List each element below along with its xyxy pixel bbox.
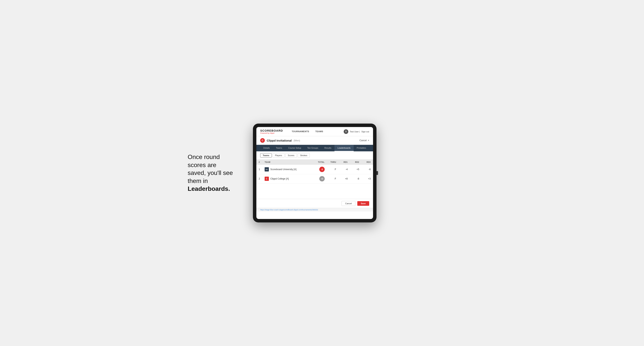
team-logo-1: SU [264,167,269,172]
left-line1: Once round [188,154,220,160]
thru-2: F [327,174,338,183]
left-text-block: Once round scores are saved, you'll see … [188,153,242,193]
score-badge-gray-2: +3 [319,176,325,181]
logo-sub: Powered by clippd [260,132,283,134]
team-name-2: Clippd College [A] [270,177,289,180]
rd2-1: +5 [350,165,362,174]
tournament-gender: (Men) [294,139,300,142]
team-cell-2: C Clippd College [A] [262,174,312,183]
rd1-2: +8 [338,174,350,183]
footer-bar: Cancel Save [256,199,373,208]
left-line3: saved, you'll see [188,169,233,176]
nav-links: TOURNAMENTS TEAMS [288,127,344,136]
team-name-1: Scoreboard University [A] [270,168,296,171]
tab-printables[interactable]: Printables [354,145,369,151]
logo-text: SCOREBOARD [260,129,283,132]
rd1-1: -4 [338,165,350,174]
left-line5-bold: Leaderboards. [188,185,230,192]
tournament-icon: C [260,138,265,143]
thru-1: F [327,165,338,174]
cancel-x-button[interactable]: Cancel × [360,139,369,142]
col-rank: # [256,160,262,165]
sub-nav: Details Teams Course Setup Tee Groups Re… [256,145,373,151]
rd3-2: +3 [362,174,373,183]
leaderboard-table: # TEAM TOTAL THRU RD1 RD2 RD3 1 [256,160,373,183]
team-logo-2: C [264,177,269,181]
total-2: +3 [312,174,327,183]
rank-1: 1 [256,165,262,174]
filter-bar: Teams Players Scores Strokes [256,151,373,160]
col-thru: THRU [327,160,338,165]
team-cell-inner-1: SU Scoreboard University [A] [264,167,309,172]
url-text: https://stage-blue-coach.stagescoredboar… [260,209,318,211]
top-nav: SCOREBOARD Powered by clippd TOURNAMENTS… [256,127,373,136]
col-rd2: RD2 [350,160,362,165]
page-wrapper: Once round scores are saved, you'll see … [188,124,456,222]
side-arrow [376,171,378,175]
rd2-2: -8 [350,174,362,183]
tournament-name: Clippd Invitational [267,139,292,142]
save-button[interactable]: Save [357,201,369,206]
score-badge-red-1: -5 [319,167,325,172]
tablet-container: SCOREBOARD Powered by clippd TOURNAMENTS… [253,124,376,222]
cancel-button[interactable]: Cancel [342,201,356,206]
rank-2: 2 [256,174,262,183]
score-total-cell-1: -5 [314,167,325,172]
table-header: # TEAM TOTAL THRU RD1 RD2 RD3 [256,160,373,165]
tournament-header: C Clippd Invitational (Men) Cancel × [256,136,373,145]
tournament-title-area: C Clippd Invitational (Men) [260,138,300,143]
nav-tournaments[interactable]: TOURNAMENTS [288,127,312,136]
table-body: 1 SU Scoreboard University [A] [256,165,373,183]
close-icon: × [368,139,369,142]
col-team: TEAM [262,160,312,165]
tab-tee-groups[interactable]: Tee Groups [304,145,321,151]
nav-right: S Test User | Sign out [344,129,369,134]
filter-teams[interactable]: Teams [260,153,272,158]
left-line4: them in [188,177,208,184]
col-rd1: RD1 [338,160,350,165]
tab-details[interactable]: Details [260,145,273,151]
left-line2: scores are [188,162,216,169]
score-total-cell-2: +3 [314,176,325,181]
url-bar: https://stage-blue-coach.stagescoredboar… [256,208,373,211]
table-row: 1 SU Scoreboard University [A] [256,165,373,174]
filter-strokes[interactable]: Strokes [298,153,310,158]
user-name: Test User | [350,131,360,133]
col-total: TOTAL [312,160,327,165]
nav-teams[interactable]: TEAMS [312,127,326,136]
tab-leaderboards[interactable]: Leaderboards [334,145,354,151]
col-rd3: RD3 [362,160,373,165]
rd3-1: -6 [362,165,373,174]
filter-players[interactable]: Players [272,153,284,158]
tab-course-setup[interactable]: Course Setup [285,145,304,151]
total-1: -5 [312,165,327,174]
sign-out-link[interactable]: Sign out [361,131,369,133]
table-header-row: # TEAM TOTAL THRU RD1 RD2 RD3 [256,160,373,165]
logo-area: SCOREBOARD Powered by clippd [260,129,283,134]
team-cell-1: SU Scoreboard University [A] [262,165,312,174]
tab-teams[interactable]: Teams [273,145,285,151]
team-cell-inner-2: C Clippd College [A] [264,177,309,181]
user-avatar: S [344,129,348,134]
tab-results[interactable]: Results [321,145,334,151]
tablet: SCOREBOARD Powered by clippd TOURNAMENTS… [253,124,376,222]
table-row: 2 C Clippd College [A] [256,174,373,183]
tablet-screen: SCOREBOARD Powered by clippd TOURNAMENTS… [256,127,373,219]
cancel-label: Cancel [360,139,366,142]
filter-scores[interactable]: Scores [285,153,297,158]
